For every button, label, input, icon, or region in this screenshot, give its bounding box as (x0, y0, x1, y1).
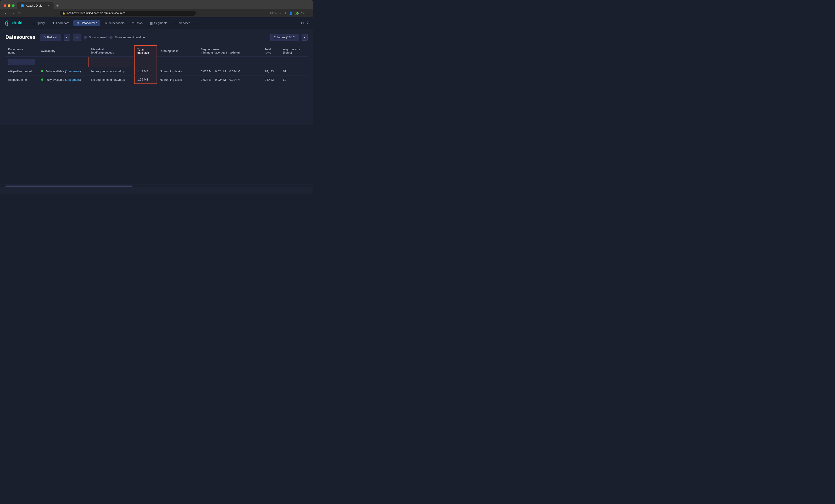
seg-min-1: 0.024 M (201, 70, 211, 73)
col-header-datasource-name[interactable]: Datasource name (5, 45, 38, 57)
settings-icon[interactable]: ⚙ (301, 21, 304, 25)
chevron-down-icon: ▾ (66, 36, 67, 39)
download-icon[interactable]: ⬇ (284, 11, 287, 15)
page-title: Datasources (5, 34, 35, 40)
availability-label-2: Fully available (45, 78, 64, 81)
datasource-name-cell-2[interactable]: wikipedia-time (5, 76, 38, 84)
menu-icon[interactable]: ☰ (307, 11, 309, 15)
nav-item-datasources[interactable]: ⊞ Datasources (73, 20, 100, 26)
col-header-availability[interactable]: Availability (38, 45, 88, 57)
extensions-icon[interactable]: 🧩 (295, 11, 299, 15)
browser-window: D Apache Druid ✕ + ⌃ ← → ↻ 🔒 localhost:8… (0, 0, 313, 17)
col-header-total-rows[interactable]: Total rows (262, 45, 280, 57)
tab-close-icon[interactable]: ✕ (47, 4, 50, 7)
refresh-button[interactable]: ↻ Refresh (40, 34, 61, 41)
services-icon: ☰ (175, 21, 178, 25)
segment-rows-cell-1: 0.024 M 0.024 M 0.024 M (198, 67, 262, 76)
more-options-button[interactable]: ··· (73, 34, 81, 41)
table-search-row (5, 57, 308, 67)
main-content: Datasources ↻ Refresh ▾ ··· Show unused … (0, 29, 313, 125)
datasource-search-cell[interactable] (5, 57, 38, 67)
seg-avg-2: 0.024 M (215, 78, 226, 81)
zoom-level: 133% (270, 12, 277, 15)
avg-row-size-search-cell (280, 57, 308, 67)
total-data-size-value-1: 1.49 MB (137, 70, 148, 73)
total-data-size-search-cell (134, 57, 157, 67)
columns-label: Columns (13/15) (273, 36, 296, 39)
nav-label-segments: Segments (154, 21, 167, 25)
new-tab-button[interactable]: + (55, 3, 61, 8)
datasources-icon: ⊞ (77, 21, 79, 25)
table-header-row: Datasource name Availability Historical … (5, 45, 308, 57)
availability-dot-1 (41, 70, 43, 72)
col-header-segment-rows[interactable]: Segment rows minimum / average / maximum (198, 45, 262, 57)
svg-point-0 (7, 22, 8, 24)
reload-button[interactable]: ↻ (17, 10, 22, 16)
address-field[interactable]: 🔒 localhost:8888/unified-console.html#da… (60, 10, 196, 16)
columns-button[interactable]: Columns (13/15) (270, 34, 299, 41)
segment-link-1[interactable]: 1 segment (66, 70, 80, 73)
total-rows-search-cell (262, 57, 280, 67)
nav-item-segments[interactable]: ▦ Segments (147, 20, 171, 26)
help-icon[interactable]: ? (307, 21, 309, 25)
running-tasks-cell-1: No running tasks (157, 67, 198, 76)
total-rows-cell-2: 24,433 (262, 76, 280, 84)
availability-dot-2 (41, 79, 43, 81)
horizontal-scrollbar[interactable] (5, 186, 133, 187)
favicon-icon: D (21, 4, 24, 7)
forward-button[interactable]: → (11, 10, 16, 16)
col-header-avg-row-size[interactable]: Avg. row size (bytes) (280, 45, 308, 57)
fullscreen-button[interactable] (12, 4, 15, 7)
segment-values-2: 0.024 M 0.024 M 0.024 M (201, 78, 259, 81)
nav-label-load-data: Load data (56, 21, 69, 25)
nav-item-query[interactable]: ☰ Query (29, 20, 48, 26)
nav-more-button[interactable]: ··· (195, 20, 201, 26)
avg-row-size-value-1: 61 (283, 70, 286, 73)
logo[interactable]: druid (4, 20, 22, 26)
segment-rows-cell-2: 0.024 M 0.024 M 0.024 M (198, 76, 262, 84)
columns-chevron-icon: ▾ (304, 36, 305, 39)
toolbar: Datasources ↻ Refresh ▾ ··· Show unused … (5, 34, 308, 41)
empty-row-2 (5, 93, 308, 102)
lower-panel (0, 125, 313, 184)
seg-avg-1: 0.024 M (215, 70, 226, 73)
segment-link-2[interactable]: 1 segment (66, 78, 80, 81)
seg-max-2: 0.024 M (229, 78, 240, 81)
col-header-running-tasks[interactable]: Running tasks (157, 45, 198, 57)
show-segment-timeline-toggle[interactable] (109, 36, 113, 39)
datasource-name-cell-1[interactable]: wikipedia-channel (5, 67, 38, 76)
table-row[interactable]: wikipedia-channel Fully available (1 seg… (5, 67, 308, 76)
minimize-button[interactable] (8, 4, 11, 7)
back-button[interactable]: ← (4, 10, 8, 16)
total-rows-cell-1: 24,433 (262, 67, 280, 76)
shield-icon[interactable]: 🛡 (301, 11, 304, 15)
profile-icon[interactable]: 👤 (289, 11, 293, 15)
col-header-total-data-size[interactable]: Total data size (134, 45, 157, 57)
historical-queues-value-2: No segments to load/drop (91, 78, 125, 81)
nav-item-load-data[interactable]: ⬆ Load data (49, 20, 73, 26)
availability-search-cell (38, 57, 88, 67)
logo-text: druid (12, 21, 22, 25)
tab-title: Apache Druid (26, 4, 42, 7)
table-row[interactable]: wikipedia-time Fully available (1 segmen… (5, 76, 308, 84)
columns-dropdown-button[interactable]: ▾ (302, 34, 308, 41)
nav-label-supervisors: Supervisors (109, 21, 125, 25)
nav-item-supervisors[interactable]: 👁 Supervisors (101, 20, 128, 26)
seg-max-1: 0.024 M (229, 70, 240, 73)
tasks-icon: ≡ (132, 21, 134, 25)
segment-values-1: 0.024 M 0.024 M 0.024 M (201, 70, 259, 73)
nav-item-tasks[interactable]: ≡ Tasks (129, 20, 146, 26)
browser-tab-active[interactable]: D Apache Druid ✕ (17, 2, 54, 9)
close-button[interactable] (4, 4, 6, 7)
seg-min-2: 0.024 M (201, 78, 211, 81)
scrollbar-area (0, 185, 313, 187)
total-data-size-cell-2: 1.55 MB (134, 76, 157, 84)
total-rows-value-2: 24,433 (265, 78, 274, 81)
datasource-name-1: wikipedia-channel (8, 70, 32, 73)
col-header-historical-queues[interactable]: Historical load/drop queues (88, 45, 134, 57)
datasource-search-input[interactable] (8, 59, 35, 65)
bookmark-icon[interactable]: ☆ (279, 11, 282, 15)
nav-item-services[interactable]: ☰ Services (171, 20, 194, 26)
refresh-dropdown-button[interactable]: ▾ (64, 34, 70, 41)
show-unused-toggle[interactable] (84, 36, 87, 39)
